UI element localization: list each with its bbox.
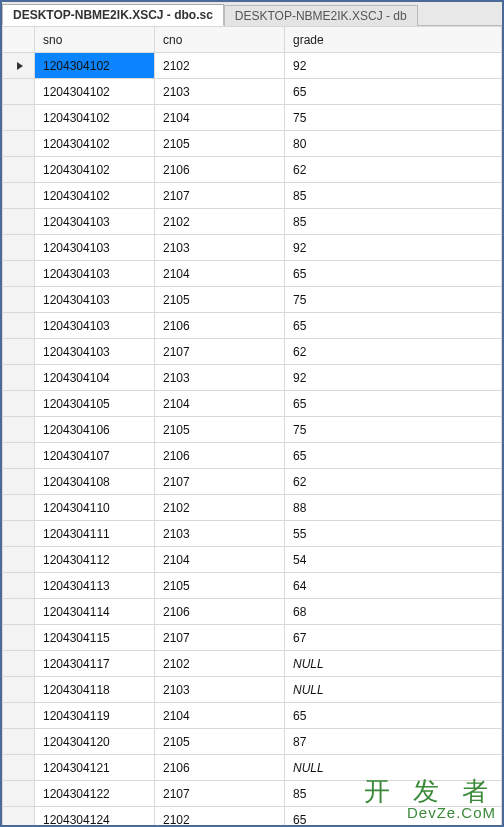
cell-cno[interactable]: 2105: [155, 131, 285, 157]
cell-grade[interactable]: 65: [285, 807, 502, 826]
cell-grade[interactable]: 62: [285, 339, 502, 365]
table-row[interactable]: 1204304122210785: [3, 781, 502, 807]
cell-sno[interactable]: 1204304108: [35, 469, 155, 495]
row-header-cell[interactable]: [3, 495, 35, 521]
cell-grade[interactable]: 75: [285, 105, 502, 131]
cell-sno[interactable]: 1204304124: [35, 807, 155, 826]
cell-sno[interactable]: 1204304102: [35, 183, 155, 209]
cell-sno[interactable]: 1204304118: [35, 677, 155, 703]
row-header-cell[interactable]: [3, 599, 35, 625]
cell-grade[interactable]: NULL: [285, 651, 502, 677]
table-row[interactable]: 12043041212106NULL: [3, 755, 502, 781]
row-header-cell[interactable]: [3, 469, 35, 495]
cell-grade[interactable]: 80: [285, 131, 502, 157]
cell-grade[interactable]: 64: [285, 573, 502, 599]
row-header-cell[interactable]: [3, 105, 35, 131]
cell-grade[interactable]: 68: [285, 599, 502, 625]
cell-cno[interactable]: 2106: [155, 313, 285, 339]
row-header-cell[interactable]: [3, 183, 35, 209]
row-header-cell[interactable]: [3, 131, 35, 157]
cell-sno[interactable]: 1204304110: [35, 495, 155, 521]
row-header-cell[interactable]: [3, 391, 35, 417]
row-header-cell[interactable]: [3, 79, 35, 105]
cell-grade[interactable]: NULL: [285, 677, 502, 703]
cell-cno[interactable]: 2104: [155, 261, 285, 287]
cell-grade[interactable]: 67: [285, 625, 502, 651]
cell-sno[interactable]: 1204304105: [35, 391, 155, 417]
table-row[interactable]: 1204304103210762: [3, 339, 502, 365]
cell-grade[interactable]: 75: [285, 417, 502, 443]
cell-sno[interactable]: 1204304111: [35, 521, 155, 547]
cell-cno[interactable]: 2107: [155, 781, 285, 807]
cell-cno[interactable]: 2102: [155, 495, 285, 521]
table-row[interactable]: 1204304114210668: [3, 599, 502, 625]
cell-sno[interactable]: 1204304120: [35, 729, 155, 755]
cell-sno[interactable]: 1204304102: [35, 79, 155, 105]
cell-grade[interactable]: 65: [285, 391, 502, 417]
cell-sno[interactable]: 1204304104: [35, 365, 155, 391]
table-row[interactable]: 1204304103210575: [3, 287, 502, 313]
row-header-cell[interactable]: [3, 547, 35, 573]
cell-grade[interactable]: 65: [285, 79, 502, 105]
table-row[interactable]: 1204304107210665: [3, 443, 502, 469]
table-row[interactable]: 1204304110210288: [3, 495, 502, 521]
cell-cno[interactable]: 2103: [155, 235, 285, 261]
cell-cno[interactable]: 2104: [155, 391, 285, 417]
table-row[interactable]: 12043041172102NULL: [3, 651, 502, 677]
cell-cno[interactable]: 2102: [155, 209, 285, 235]
row-header-cell[interactable]: [3, 209, 35, 235]
cell-grade[interactable]: 88: [285, 495, 502, 521]
row-header-cell[interactable]: [3, 261, 35, 287]
cell-grade[interactable]: 85: [285, 209, 502, 235]
row-header-cell[interactable]: [3, 573, 35, 599]
cell-cno[interactable]: 2104: [155, 547, 285, 573]
cell-grade[interactable]: 85: [285, 781, 502, 807]
row-header-cell[interactable]: [3, 781, 35, 807]
cell-grade[interactable]: 54: [285, 547, 502, 573]
table-row[interactable]: 1204304102210580: [3, 131, 502, 157]
table-row[interactable]: 1204304103210285: [3, 209, 502, 235]
cell-cno[interactable]: 2105: [155, 417, 285, 443]
cell-sno[interactable]: 1204304121: [35, 755, 155, 781]
cell-cno[interactable]: 2104: [155, 105, 285, 131]
cell-sno[interactable]: 1204304119: [35, 703, 155, 729]
table-row[interactable]: 1204304102210365: [3, 79, 502, 105]
cell-sno[interactable]: 1204304103: [35, 261, 155, 287]
table-row[interactable]: 1204304106210575: [3, 417, 502, 443]
table-row[interactable]: 1204304115210767: [3, 625, 502, 651]
row-header-cell[interactable]: [3, 417, 35, 443]
table-row[interactable]: 1204304105210465: [3, 391, 502, 417]
column-header-sno[interactable]: sno: [35, 27, 155, 53]
cell-sno[interactable]: 1204304115: [35, 625, 155, 651]
cell-sno[interactable]: 1204304103: [35, 235, 155, 261]
table-row[interactable]: 1204304112210454: [3, 547, 502, 573]
table-row[interactable]: 1204304103210465: [3, 261, 502, 287]
cell-cno[interactable]: 2106: [155, 755, 285, 781]
cell-cno[interactable]: 2106: [155, 599, 285, 625]
cell-sno[interactable]: 1204304103: [35, 339, 155, 365]
table-row[interactable]: 1204304104210392: [3, 365, 502, 391]
cell-grade[interactable]: 65: [285, 313, 502, 339]
row-header-cell[interactable]: [3, 313, 35, 339]
cell-grade[interactable]: 62: [285, 469, 502, 495]
cell-sno[interactable]: 1204304102: [35, 53, 155, 79]
cell-sno[interactable]: 1204304102: [35, 157, 155, 183]
row-header-cell[interactable]: [3, 339, 35, 365]
cell-cno[interactable]: 2102: [155, 651, 285, 677]
cell-cno[interactable]: 2102: [155, 807, 285, 826]
cell-cno[interactable]: 2103: [155, 677, 285, 703]
column-header-grade[interactable]: grade: [285, 27, 502, 53]
row-header-cell[interactable]: [3, 729, 35, 755]
cell-cno[interactable]: 2106: [155, 443, 285, 469]
row-header-cell[interactable]: [3, 157, 35, 183]
cell-cno[interactable]: 2105: [155, 287, 285, 313]
row-header-cell[interactable]: [3, 703, 35, 729]
row-header-cell[interactable]: [3, 287, 35, 313]
tab-active[interactable]: DESKTOP-NBME2IK.XSCJ - dbo.sc: [2, 4, 224, 26]
row-header-cell[interactable]: [3, 521, 35, 547]
cell-grade[interactable]: 85: [285, 183, 502, 209]
cell-grade[interactable]: 65: [285, 443, 502, 469]
table-row[interactable]: 1204304103210392: [3, 235, 502, 261]
cell-grade[interactable]: 55: [285, 521, 502, 547]
cell-cno[interactable]: 2102: [155, 53, 285, 79]
